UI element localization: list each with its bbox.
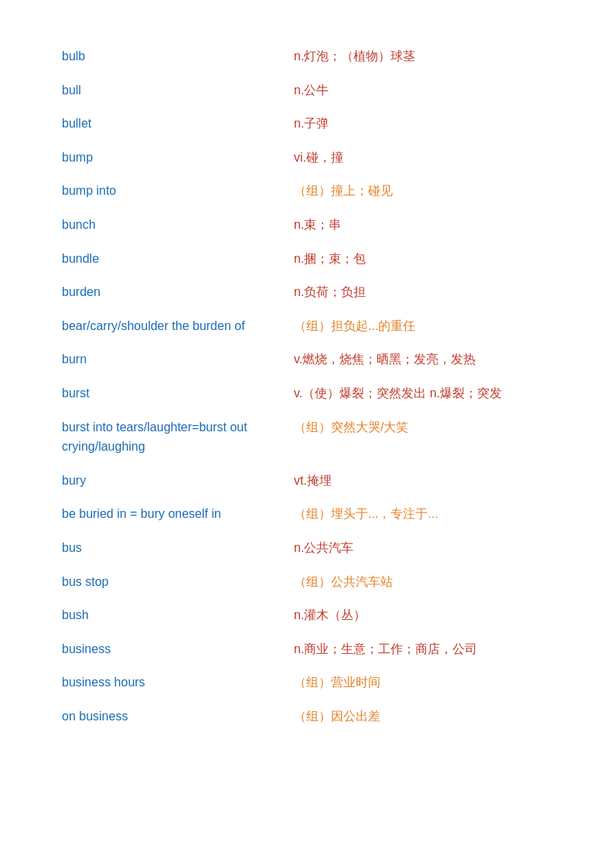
group-tag: （组）营业时间 xyxy=(294,676,380,689)
definition: n.公共汽车 xyxy=(294,538,552,558)
definition: （组）因公出差 xyxy=(294,706,552,727)
list-item: be buried in = bury oneself in （组）埋头于...… xyxy=(62,504,552,524)
definition: n.灯泡；（植物）球茎 xyxy=(294,46,552,66)
word: bury xyxy=(62,471,294,491)
definition: n.捆；束；包 xyxy=(294,249,552,269)
def-line: v.（使）爆裂；突然发出 n.爆裂；突发 xyxy=(294,383,552,403)
definition: n.商业；生意；工作；商店，公司 xyxy=(294,639,552,659)
definition: n.公牛 xyxy=(294,80,552,100)
word: bullet xyxy=(62,114,294,134)
list-item: bull n.公牛 xyxy=(62,80,552,100)
word: business xyxy=(62,639,294,659)
definition: （组）营业时间 xyxy=(294,672,552,693)
definition: （组）公共汽车站 xyxy=(294,572,552,592)
word: burden xyxy=(62,282,294,302)
group-tag: （组）担负起...的重任 xyxy=(294,319,415,332)
word: bus xyxy=(62,538,294,558)
definition: v.燃烧，烧焦；晒黑；发亮，发热 xyxy=(294,349,552,369)
definition: vi.碰，撞 xyxy=(294,148,552,168)
word: burst xyxy=(62,383,294,403)
definition: n.负荷；负担 xyxy=(294,282,552,302)
list-item: bunch n.束；串 xyxy=(62,215,552,235)
word: burst into tears/laughter=burst out cryi… xyxy=(62,417,294,457)
group-tag: （组）公共汽车站 xyxy=(294,575,393,588)
definition: vt.掩埋 xyxy=(294,471,552,491)
definition: （组）撞上；碰见 xyxy=(294,181,552,201)
list-item: business n.商业；生意；工作；商店，公司 xyxy=(62,639,552,659)
definition: （组）突然大哭/大笑 xyxy=(294,417,552,437)
definition: （组）担负起...的重任 xyxy=(294,316,552,336)
word: bus stop xyxy=(62,572,294,592)
list-item: burst v.（使）爆裂；突然发出 n.爆裂；突发 xyxy=(62,383,552,403)
list-item: bump vi.碰，撞 xyxy=(62,148,552,168)
list-item: bush n.灌木（丛） xyxy=(62,605,552,625)
definition: n.子弹 xyxy=(294,114,552,134)
list-item: bulb n.灯泡；（植物）球茎 xyxy=(62,46,552,66)
word: be buried in = bury oneself in xyxy=(62,504,294,524)
list-item: bus stop （组）公共汽车站 xyxy=(62,572,552,592)
word: bull xyxy=(62,80,294,100)
definition: n.束；串 xyxy=(294,215,552,235)
word: bump into xyxy=(62,181,294,201)
definition: v.（使）爆裂；突然发出 n.爆裂；突发 xyxy=(294,383,552,403)
group-tag: （组）因公出差 xyxy=(294,710,380,723)
definition: （组）埋头于...，专注于... xyxy=(294,504,552,524)
list-item: bullet n.子弹 xyxy=(62,114,552,134)
group-tag: （组）埋头于...，专注于... xyxy=(294,507,438,520)
list-item: bear/carry/shoulder the burden of （组）担负起… xyxy=(62,316,552,336)
word: bush xyxy=(62,605,294,625)
list-item: bury vt.掩埋 xyxy=(62,471,552,491)
list-item: burst into tears/laughter=burst out cryi… xyxy=(62,417,552,457)
list-item: burden n.负荷；负担 xyxy=(62,282,552,302)
list-item: bump into （组）撞上；碰见 xyxy=(62,181,552,201)
list-item: on business （组）因公出差 xyxy=(62,706,552,727)
word: bear/carry/shoulder the burden of xyxy=(62,316,294,336)
word: burn xyxy=(62,349,294,369)
list-item: burn v.燃烧，烧焦；晒黑；发亮，发热 xyxy=(62,349,552,369)
group-tag: （组）突然大哭/大笑 xyxy=(294,420,408,434)
word: bundle xyxy=(62,249,294,269)
definition: n.灌木（丛） xyxy=(294,605,552,625)
list-item: bus n.公共汽车 xyxy=(62,538,552,558)
list-item: business hours （组）营业时间 xyxy=(62,672,552,693)
word: bump xyxy=(62,148,294,168)
word: business hours xyxy=(62,672,294,693)
word: bunch xyxy=(62,215,294,235)
list-item: bundle n.捆；束；包 xyxy=(62,249,552,269)
word: on business xyxy=(62,706,294,727)
word: bulb xyxy=(62,46,294,66)
group-tag: （组）撞上；碰见 xyxy=(294,184,393,197)
